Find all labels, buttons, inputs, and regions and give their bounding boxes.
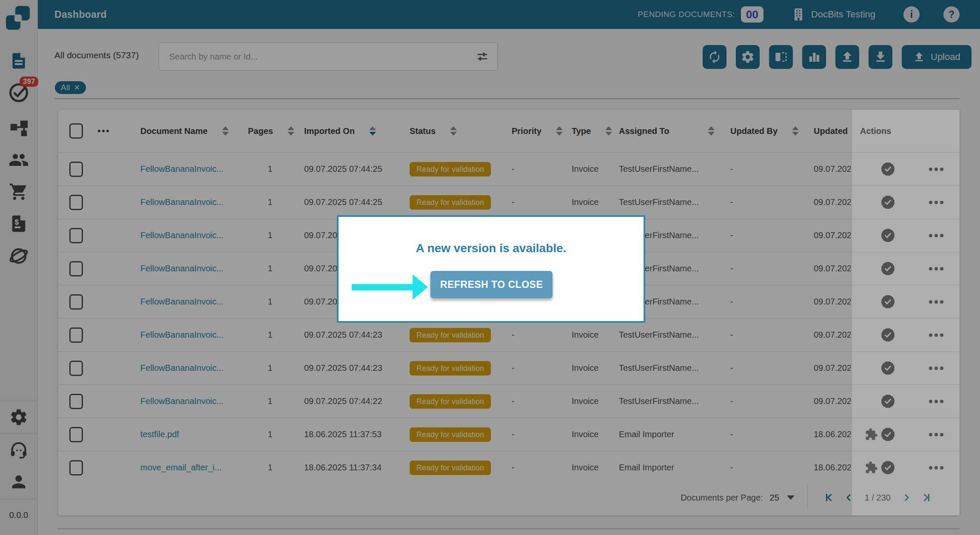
app-root: 397 $ 0.0.0 Da <box>0 0 980 535</box>
pointer-arrow-icon <box>352 273 441 301</box>
modal-title: A new version is available. <box>339 242 644 255</box>
refresh-to-close-button[interactable]: REFRESH TO CLOSE <box>430 271 553 298</box>
new-version-modal: A new version is available. REFRESH TO C… <box>337 215 645 323</box>
